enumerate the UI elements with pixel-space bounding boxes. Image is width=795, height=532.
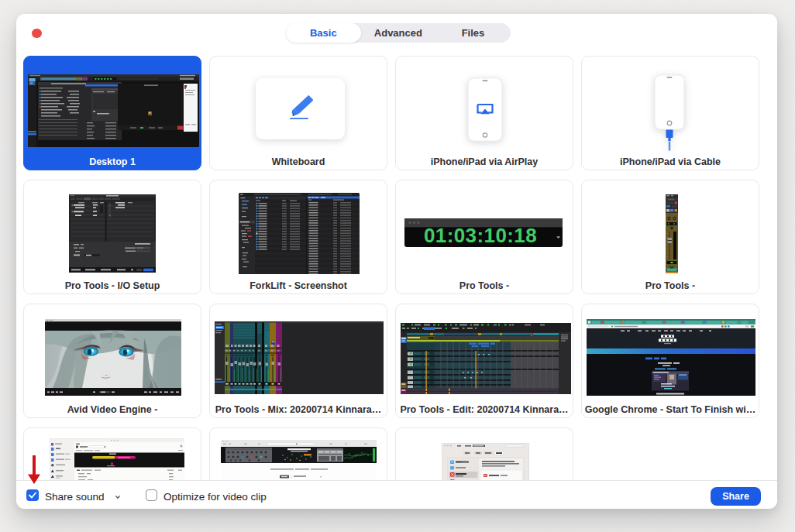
svg-text:01:03:10:18: 01:03:10:18: [424, 224, 537, 247]
